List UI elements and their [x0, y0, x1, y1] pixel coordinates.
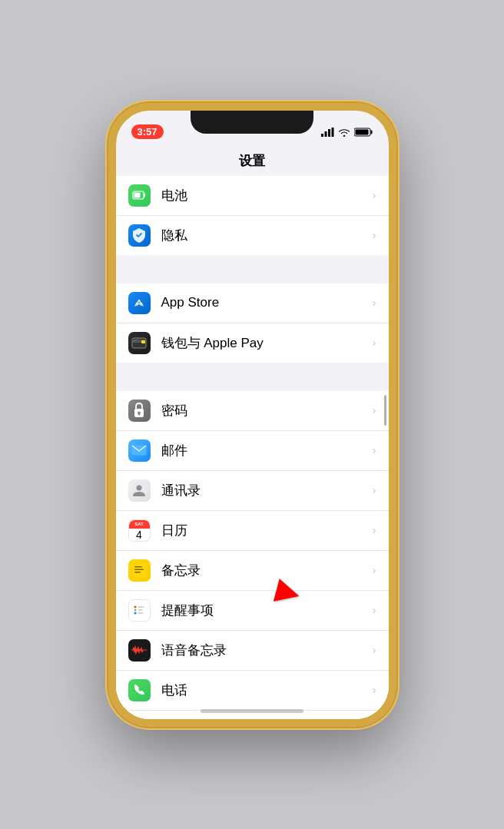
svg-rect-5 — [370, 130, 372, 134]
svg-rect-27 — [138, 606, 144, 608]
passwords-icon-app — [128, 400, 151, 422]
wallet-label: 钱包与 Apple Pay — [161, 334, 366, 352]
home-indicator — [201, 709, 303, 713]
section-gap — [116, 363, 389, 391]
passwords-label: 密码 — [161, 402, 366, 419]
chevron-icon: › — [373, 644, 376, 656]
status-icons — [321, 128, 373, 137]
appstore-icon-app: A — [128, 292, 151, 314]
svg-rect-13 — [141, 340, 145, 343]
notes-label: 备忘录 — [161, 562, 366, 579]
battery-icon — [354, 128, 373, 137]
privacy-icon-app — [128, 224, 151, 247]
list-item[interactable]: 语音备忘录 › — [116, 631, 389, 671]
list-item[interactable]: 提醒事项 › — [116, 591, 389, 631]
svg-rect-1 — [324, 131, 327, 137]
chevron-icon: › — [373, 337, 376, 349]
list-item[interactable]: 钱包与 Apple Pay › — [116, 323, 389, 363]
battery-label: 电池 — [161, 187, 366, 204]
chevron-icon: › — [373, 684, 376, 696]
section-3: 密码 › 邮件 › — [116, 391, 389, 719]
reminders-icon-app — [128, 599, 151, 622]
contacts-label: 通讯录 — [161, 482, 366, 499]
mail-label: 邮件 — [161, 442, 366, 459]
chevron-icon: › — [373, 524, 376, 536]
chevron-icon: › — [373, 484, 376, 496]
chevron-icon: › — [373, 404, 376, 416]
svg-rect-23 — [134, 572, 141, 573]
chevron-icon: › — [373, 297, 376, 309]
section-2: A App Store › 钱包与 Apple Pa — [116, 284, 389, 363]
signal-icon — [321, 128, 334, 137]
chevron-icon: › — [373, 444, 376, 456]
status-time: 3:57 — [131, 124, 164, 139]
chevron-icon: › — [373, 604, 376, 616]
svg-rect-16 — [138, 413, 140, 416]
page-title: 设置 — [116, 144, 389, 176]
notch — [191, 111, 313, 134]
svg-rect-29 — [138, 612, 144, 614]
phone-frame: 3:57 设置 — [108, 103, 396, 727]
phone-icon-app — [128, 679, 151, 701]
list-item[interactable]: SAT 4 日历 › — [116, 511, 389, 551]
list-item[interactable]: 备忘录 › — [116, 551, 389, 591]
chevron-icon: › — [373, 229, 376, 241]
phone-label: 电话 — [161, 681, 366, 699]
wallet-icon-app — [128, 332, 151, 354]
mail-icon-app — [128, 439, 151, 462]
calendar-label: 日历 — [161, 522, 366, 539]
svg-rect-28 — [138, 609, 143, 611]
svg-point-25 — [134, 609, 137, 612]
voicememo-icon-app — [128, 639, 151, 662]
svg-rect-21 — [134, 566, 142, 568]
svg-rect-2 — [328, 129, 330, 137]
privacy-label: 隐私 — [161, 227, 366, 244]
chevron-icon: › — [373, 189, 376, 201]
wifi-icon — [338, 128, 350, 137]
svg-rect-22 — [134, 569, 144, 571]
svg-point-26 — [134, 612, 137, 615]
battery-icon-app — [128, 184, 151, 207]
list-item[interactable]: 密码 › — [116, 391, 389, 431]
list-item[interactable]: A App Store › — [116, 284, 389, 323]
section-1: 电池 › 隐私 › — [116, 176, 389, 255]
list-item[interactable]: 电话 › — [116, 671, 389, 711]
svg-rect-3 — [331, 128, 333, 137]
scrollbar[interactable] — [384, 395, 386, 426]
svg-point-19 — [137, 486, 142, 491]
calendar-icon-app: SAT 4 — [128, 519, 151, 542]
reminders-label: 提醒事项 — [161, 602, 366, 619]
svg-rect-9 — [134, 193, 141, 198]
svg-point-24 — [134, 606, 137, 608]
list-item[interactable]: 隐私 › — [116, 216, 389, 255]
screen-content: 设置 电池 › — [116, 144, 389, 719]
notes-icon-app — [128, 559, 151, 582]
svg-rect-8 — [144, 194, 146, 197]
svg-rect-6 — [355, 129, 368, 134]
chevron-icon: › — [373, 564, 376, 576]
svg-rect-0 — [321, 134, 323, 137]
voicememo-label: 语音备忘录 — [161, 642, 366, 659]
contacts-icon-app — [128, 479, 151, 502]
list-item[interactable]: 通讯录 › — [116, 471, 389, 511]
list-item[interactable]: 邮件 › — [116, 431, 389, 471]
section-gap — [116, 256, 389, 284]
appstore-label: App Store — [161, 295, 366, 310]
list-item[interactable]: 电池 › — [116, 176, 389, 216]
